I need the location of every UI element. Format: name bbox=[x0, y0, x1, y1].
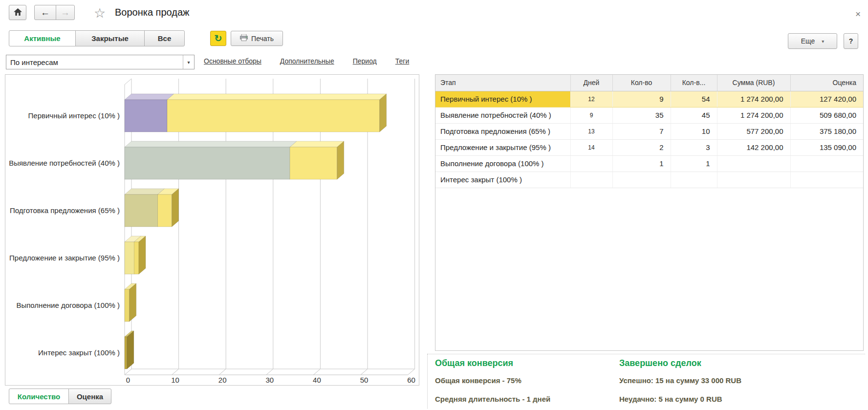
column-header[interactable]: Сумма (RUB) bbox=[717, 75, 790, 91]
deals-failed-text: Неудачно: 5 на сумму 0 RUB bbox=[619, 395, 800, 403]
link-main-filters[interactable]: Основные отборы bbox=[204, 57, 261, 65]
table-cell[interactable]: 45 bbox=[671, 107, 717, 123]
table-cell[interactable]: 14 bbox=[570, 139, 612, 155]
conversion-summary: Общая конверсия Общая конверсия - 75% Ср… bbox=[435, 358, 616, 403]
tab-quantity[interactable]: Количество bbox=[9, 388, 69, 404]
table-cell[interactable]: 9 bbox=[612, 91, 671, 107]
table-row[interactable]: Выполнение договора (100% )11 bbox=[435, 155, 863, 172]
table-cell[interactable] bbox=[790, 172, 863, 188]
table-cell[interactable]: Предложение и закрытие (95% ) bbox=[435, 139, 570, 155]
help-button[interactable]: ? bbox=[844, 33, 858, 49]
table-cell[interactable] bbox=[612, 172, 671, 188]
deals-summary: Завершено сделок Успешно: 15 на сумму 33… bbox=[619, 358, 800, 403]
table-cell[interactable]: Выполнение договора (100% ) bbox=[435, 155, 570, 172]
svg-text:30: 30 bbox=[265, 376, 274, 384]
table-cell[interactable]: 7 bbox=[612, 123, 671, 139]
table-cell[interactable] bbox=[717, 155, 790, 172]
column-header[interactable]: Кол-в... bbox=[671, 75, 717, 91]
column-header[interactable]: Кол-во bbox=[612, 75, 671, 91]
table-header-row: ЭтапДнейКол-воКол-в...Сумма (RUB)Оценка bbox=[435, 75, 863, 91]
forward-button[interactable]: → bbox=[56, 5, 75, 20]
table-cell[interactable] bbox=[570, 155, 612, 172]
column-header[interactable]: Оценка bbox=[790, 75, 863, 91]
table-cell[interactable]: 13 bbox=[570, 123, 612, 139]
link-tags[interactable]: Теги bbox=[395, 57, 409, 65]
table-row[interactable]: Интерес закрыт (100% ) bbox=[435, 172, 863, 188]
filter-links: Основные отборы Дополнительные Период Те… bbox=[204, 57, 409, 65]
table-cell[interactable]: 1 274 200,00 bbox=[717, 91, 790, 107]
link-period[interactable]: Период bbox=[353, 57, 377, 65]
table-cell[interactable]: Выявление потребностей (40% ) bbox=[435, 107, 570, 123]
tab-score[interactable]: Оценка bbox=[68, 388, 111, 404]
table-cell[interactable] bbox=[717, 172, 790, 188]
column-header[interactable]: Этап bbox=[435, 75, 570, 91]
svg-text:0: 0 bbox=[126, 376, 130, 384]
home-button[interactable] bbox=[9, 5, 26, 20]
status-tabs: Активные Закрытые Все bbox=[9, 30, 185, 46]
table-row[interactable]: Подготовка предложения (65% )13710577 20… bbox=[435, 123, 863, 139]
table-cell[interactable]: 509 680,00 bbox=[790, 107, 863, 123]
table-cell[interactable]: 375 180,00 bbox=[790, 123, 863, 139]
table-cell[interactable]: 10 bbox=[671, 123, 717, 139]
conversion-title: Общая конверсия bbox=[435, 358, 616, 368]
tab-all-deals[interactable]: Все bbox=[144, 30, 185, 46]
table-cell[interactable] bbox=[671, 172, 717, 188]
svg-text:50: 50 bbox=[360, 376, 369, 384]
back-button[interactable]: ← bbox=[34, 5, 56, 20]
svg-text:Выявление потребностей (40% ): Выявление потребностей (40% ) bbox=[9, 159, 120, 167]
table-cell[interactable]: Первичный интерес (10% ) bbox=[435, 91, 570, 107]
table-cell[interactable]: 1 274 200,00 bbox=[717, 107, 790, 123]
print-button[interactable]: Печать bbox=[231, 31, 283, 46]
refresh-button[interactable]: ↻ bbox=[210, 31, 226, 46]
table-cell[interactable]: 35 bbox=[612, 107, 671, 123]
vertical-splitter[interactable] bbox=[427, 354, 428, 409]
conversion-rate-text: Общая конверсия - 75% bbox=[435, 376, 616, 385]
column-header[interactable]: Дней bbox=[570, 75, 612, 91]
tab-closed-deals[interactable]: Закрытые bbox=[75, 30, 145, 46]
table-cell[interactable]: 127 420,00 bbox=[790, 91, 863, 107]
table-cell[interactable]: 2 bbox=[612, 139, 671, 155]
table-cell[interactable] bbox=[570, 172, 612, 188]
horizontal-splitter[interactable] bbox=[427, 354, 865, 354]
stages-table-grid: ЭтапДнейКол-воКол-в...Сумма (RUB)ОценкаП… bbox=[435, 75, 863, 188]
table-cell[interactable]: 142 200,00 bbox=[717, 139, 790, 155]
svg-text:40: 40 bbox=[313, 376, 321, 384]
table-cell[interactable]: 9 bbox=[570, 107, 612, 123]
grouping-combobox[interactable]: По интересам ▾ bbox=[6, 55, 195, 69]
tab-active-deals[interactable]: Активные bbox=[9, 30, 76, 46]
table-cell[interactable]: Подготовка предложения (65% ) bbox=[435, 123, 570, 139]
table-cell[interactable]: 54 bbox=[671, 91, 717, 107]
back-icon: ← bbox=[41, 7, 50, 18]
more-button[interactable]: Еще ▾ bbox=[788, 33, 837, 49]
svg-text:Первичный интерес (10% ): Первичный интерес (10% ) bbox=[28, 111, 120, 120]
chevron-down-icon: ▾ bbox=[822, 39, 824, 44]
deals-title: Завершено сделок bbox=[619, 358, 800, 368]
close-icon[interactable]: × bbox=[855, 9, 861, 20]
link-additional-filters[interactable]: Дополнительные bbox=[280, 57, 334, 65]
funnel-chart[interactable]: 0102030405060Первичный интерес (10% )Выя… bbox=[5, 74, 419, 386]
svg-text:Подготовка предложения (65% ): Подготовка предложения (65% ) bbox=[10, 206, 120, 215]
table-cell[interactable]: 3 bbox=[671, 139, 717, 155]
table-row[interactable]: Первичный интерес (10% )129541 274 200,0… bbox=[435, 91, 863, 107]
table-cell[interactable] bbox=[790, 155, 863, 172]
table-cell[interactable]: Интерес закрыт (100% ) bbox=[435, 172, 570, 188]
history-nav: ← → bbox=[34, 5, 75, 20]
svg-text:Предложение и закрытие (95% ): Предложение и закрытие (95% ) bbox=[9, 254, 120, 262]
table-row[interactable]: Выявление потребностей (40% )935451 274 … bbox=[435, 107, 863, 123]
favorite-star-icon[interactable]: ☆ bbox=[94, 5, 106, 21]
average-duration-text: Средняя длительность - 1 дней bbox=[435, 395, 616, 403]
table-cell[interactable]: 1 bbox=[612, 155, 671, 172]
print-label: Печать bbox=[251, 35, 274, 43]
stages-table: ЭтапДнейКол-воКол-в...Сумма (RUB)ОценкаП… bbox=[435, 74, 864, 351]
table-cell[interactable]: 1 bbox=[671, 155, 717, 172]
table-cell[interactable]: 135 090,00 bbox=[790, 139, 863, 155]
combobox-dropdown-icon[interactable]: ▾ bbox=[183, 55, 194, 69]
table-cell[interactable]: 577 200,00 bbox=[717, 123, 790, 139]
table-row[interactable]: Предложение и закрытие (95% )1423142 200… bbox=[435, 139, 863, 155]
refresh-icon: ↻ bbox=[215, 34, 222, 43]
chart-mode-tabs: Количество Оценка bbox=[9, 388, 111, 404]
forward-icon: → bbox=[61, 7, 70, 18]
home-icon bbox=[14, 8, 22, 17]
table-cell[interactable]: 12 bbox=[570, 91, 612, 107]
grouping-combobox-value: По интересам bbox=[6, 58, 183, 66]
